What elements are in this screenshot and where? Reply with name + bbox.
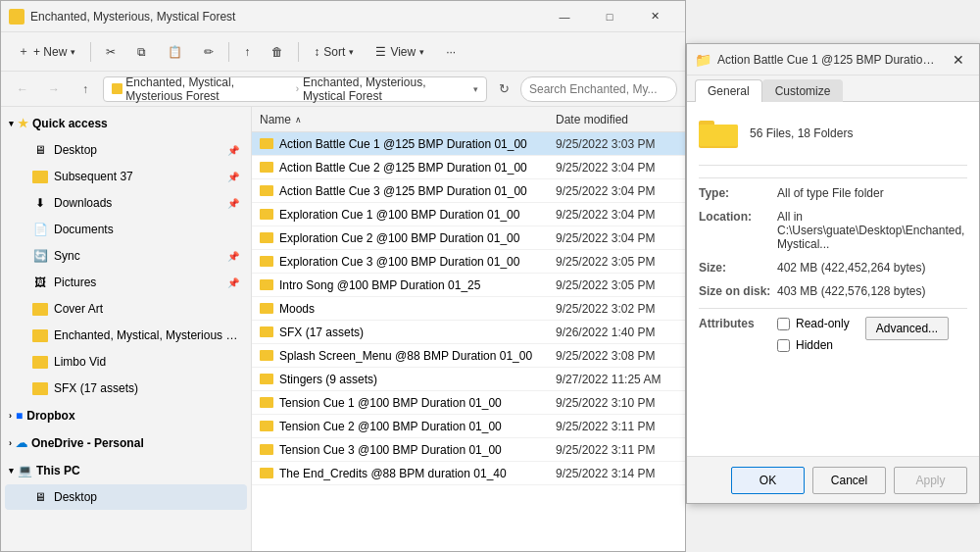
file-row-name: Splash Screen_Menu @88 BMP Duration 01_0… bbox=[252, 349, 548, 363]
cancel-button[interactable]: Cancel bbox=[812, 467, 886, 494]
copy-button[interactable]: ⧉ bbox=[128, 37, 155, 67]
sidebar-item-desktop[interactable]: 🖥 Desktop 📌 bbox=[5, 137, 247, 163]
dialog-close-button[interactable]: ✕ bbox=[946, 47, 971, 73]
sidebar-item-documents[interactable]: 📄 Documents bbox=[5, 217, 247, 242]
sidebar-item-cover-art[interactable]: Cover Art bbox=[5, 296, 247, 322]
rename-button[interactable]: ✏ bbox=[195, 37, 222, 67]
up-button[interactable]: ↑ bbox=[72, 75, 99, 103]
file-row-date: 9/25/2022 3:05 PM bbox=[548, 255, 685, 269]
view-button[interactable]: ☰ View ▾ bbox=[367, 37, 433, 67]
table-row[interactable]: Exploration Cue 3 @100 BMP Duration 01_0… bbox=[252, 250, 685, 274]
table-row[interactable]: Exploration Cue 1 @100 BMP Duration 01_0… bbox=[252, 203, 685, 226]
sidebar-item-sfx[interactable]: SFX (17 assets) bbox=[5, 376, 247, 401]
documents-icon: 📄 bbox=[32, 222, 48, 237]
share-icon: ↑ bbox=[244, 45, 250, 59]
advanced-button[interactable]: Advanced... bbox=[865, 317, 949, 340]
readonly-checkbox[interactable] bbox=[777, 318, 790, 330]
size-on-disk-label: Size on disk: bbox=[699, 284, 777, 298]
quick-access-label: Quick access bbox=[32, 117, 108, 130]
table-row[interactable]: Exploration Cue 2 @100 BMP Duration 01_0… bbox=[252, 226, 685, 250]
table-row[interactable]: Tension Cue 2 @100 BMP Duration 01_00 9/… bbox=[252, 415, 685, 438]
table-row[interactable]: Tension Cue 3 @100 BMP Duration 01_00 9/… bbox=[252, 438, 685, 462]
subsequent-folder-icon bbox=[32, 171, 48, 183]
sidebar-item-sfx-label: SFX (17 assets) bbox=[54, 381, 138, 395]
onedrive-group: › ☁ OneDrive - Personal bbox=[1, 430, 251, 456]
separator-2 bbox=[228, 42, 229, 62]
attributes-label: Attributes bbox=[699, 317, 777, 356]
sort-button[interactable]: ↕ Sort ▾ bbox=[305, 37, 363, 67]
pin-icon-4: 📌 bbox=[227, 251, 239, 262]
hidden-checkbox[interactable] bbox=[777, 339, 790, 352]
file-folder-icon bbox=[260, 256, 273, 267]
cut-button[interactable]: ✂ bbox=[97, 37, 124, 67]
sidebar-item-sync[interactable]: 🔄 Sync 📌 bbox=[5, 243, 247, 269]
file-list-header: Name ∧ Date modified bbox=[252, 107, 685, 132]
limbo-vid-folder-icon bbox=[32, 356, 48, 369]
svg-rect-0 bbox=[11, 15, 23, 22]
location-value: All in C:\Users\guate\Desktop\Enchanted,… bbox=[777, 210, 967, 251]
table-row[interactable]: Action Battle Cue 2 @125 BMP Duration 01… bbox=[252, 156, 685, 179]
file-row-date: 9/25/2022 3:10 PM bbox=[548, 396, 685, 410]
file-name-text: SFX (17 assets) bbox=[279, 326, 364, 339]
col-date-header[interactable]: Date modified bbox=[548, 113, 685, 126]
sidebar-item-pictures[interactable]: 🖼 Pictures 📌 bbox=[5, 270, 247, 295]
breadcrumb[interactable]: Enchanted, Mystical, Mysterious Forest ›… bbox=[103, 76, 487, 102]
table-row[interactable]: Moods 9/25/2022 3:02 PM bbox=[252, 297, 685, 321]
ok-button[interactable]: OK bbox=[731, 467, 805, 494]
hidden-checkbox-row[interactable]: Hidden bbox=[777, 338, 850, 352]
col-name-header[interactable]: Name ∧ bbox=[252, 113, 548, 126]
dialog-title-bar: 📁 Action Battle Cue 1 @125 BMP Duration … bbox=[687, 44, 979, 75]
close-button[interactable]: ✕ bbox=[632, 1, 677, 32]
file-row-date: 9/27/2022 11:25 AM bbox=[548, 373, 685, 386]
back-button[interactable]: ← bbox=[9, 75, 36, 103]
file-folder-icon bbox=[260, 209, 273, 220]
sidebar-item-limbo-vid[interactable]: Limbo Vid bbox=[5, 349, 247, 375]
dropbox-group: › ■ Dropbox bbox=[1, 403, 251, 428]
table-row[interactable]: Stingers (9 assets) 9/27/2022 11:25 AM bbox=[252, 368, 685, 391]
table-row[interactable]: The End_Credits @88 BPM duration 01_40 9… bbox=[252, 462, 685, 485]
file-row-date: 9/25/2022 3:04 PM bbox=[548, 231, 685, 245]
quick-access-header[interactable]: ▾ ★ Quick access bbox=[1, 111, 251, 136]
tab-general[interactable]: General bbox=[695, 79, 762, 102]
file-name-text: Splash Screen_Menu @88 BMP Duration 01_0… bbox=[279, 349, 532, 363]
table-row[interactable]: SFX (17 assets) 9/26/2022 1:40 PM bbox=[252, 321, 685, 344]
file-folder-icon bbox=[260, 162, 273, 173]
paste-button[interactable]: 📋 bbox=[159, 37, 191, 67]
table-row[interactable]: Action Battle Cue 1 @125 BMP Duration 01… bbox=[252, 132, 685, 156]
sidebar-item-subsequent[interactable]: Subsequent 37 📌 bbox=[5, 164, 247, 189]
sidebar-item-downloads-label: Downloads bbox=[54, 196, 112, 210]
tab-customize[interactable]: Customize bbox=[762, 79, 844, 102]
maximize-button[interactable]: □ bbox=[587, 1, 632, 32]
file-row-date: 9/25/2022 3:08 PM bbox=[548, 349, 685, 363]
readonly-checkbox-row[interactable]: Read-only bbox=[777, 317, 850, 330]
table-row[interactable]: Splash Screen_Menu @88 BMP Duration 01_0… bbox=[252, 344, 685, 368]
table-row[interactable]: Intro Song @100 BMP Duration 01_25 9/25/… bbox=[252, 274, 685, 297]
share-button[interactable]: ↑ bbox=[235, 37, 259, 67]
file-row-name: SFX (17 assets) bbox=[252, 326, 548, 339]
file-folder-icon bbox=[260, 279, 273, 290]
minimize-button[interactable]: — bbox=[542, 1, 587, 32]
search-input[interactable] bbox=[520, 76, 677, 102]
apply-button[interactable]: Apply bbox=[894, 467, 967, 494]
dropbox-arrow: › bbox=[9, 411, 12, 421]
table-row[interactable]: Tension Cue 1 @100 BMP Duration 01_00 9/… bbox=[252, 391, 685, 415]
thispc-header[interactable]: ▾ 💻 This PC bbox=[1, 458, 251, 483]
sidebar-item-enchanted[interactable]: Enchanted, Mystical, Mysterious Forest bbox=[5, 323, 247, 348]
file-folder-icon bbox=[260, 138, 273, 149]
file-row-date: 9/25/2022 3:11 PM bbox=[548, 443, 685, 457]
dialog-row-location: Location: All in C:\Users\guate\Desktop\… bbox=[699, 210, 967, 251]
delete-button[interactable]: 🗑 bbox=[263, 37, 292, 67]
table-row[interactable]: Action Battle Cue 3 @125 BMP Duration 01… bbox=[252, 179, 685, 203]
separator-1 bbox=[90, 42, 91, 62]
sidebar-item-desktop-thispc[interactable]: 🖥 Desktop bbox=[5, 484, 247, 510]
file-row-name: Exploration Cue 2 @100 BMP Duration 01_0… bbox=[252, 231, 548, 245]
dropbox-header[interactable]: › ■ Dropbox bbox=[1, 403, 251, 428]
refresh-button[interactable]: ↻ bbox=[491, 76, 516, 102]
forward-button[interactable]: → bbox=[40, 75, 68, 103]
dialog-title-text: Action Battle Cue 1 @125 BMP Duration 01… bbox=[717, 53, 940, 67]
more-button[interactable]: ··· bbox=[437, 37, 465, 67]
new-button[interactable]: ＋ + New ▾ bbox=[9, 37, 84, 67]
onedrive-header[interactable]: › ☁ OneDrive - Personal bbox=[1, 430, 251, 456]
sidebar-item-downloads[interactable]: ⬇ Downloads 📌 bbox=[5, 190, 247, 216]
dialog-row-type: Type: All of type File folder bbox=[699, 186, 967, 200]
